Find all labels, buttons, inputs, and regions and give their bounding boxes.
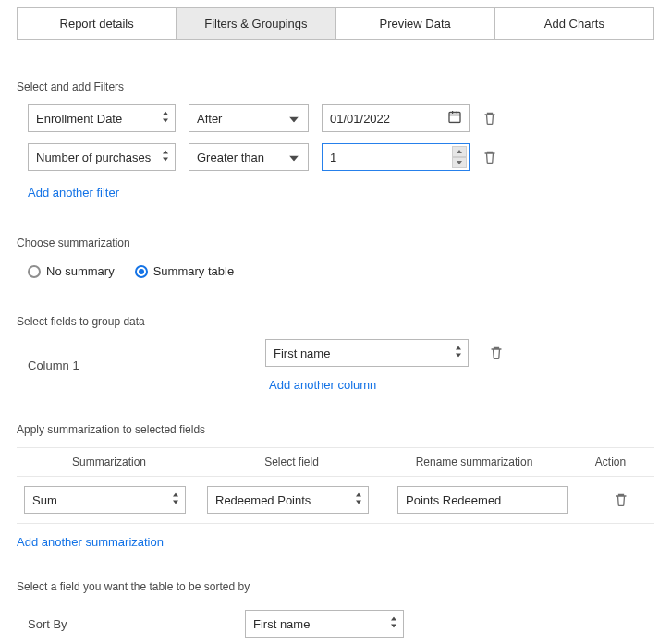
group-column-value: First name <box>274 346 460 360</box>
tab-label: Filters & Groupings <box>204 17 307 30</box>
filter-value-date[interactable]: 01/01/2022 <box>322 104 470 132</box>
delete-filter-button[interactable] <box>482 150 497 164</box>
filters-heading: Select and add Filters <box>17 80 654 93</box>
summary-row: Sum Redeemed Points Points Redeemed <box>17 477 654 524</box>
summarization-heading: Choose summarization <box>17 237 654 249</box>
radio-icon <box>135 265 148 278</box>
tab-label: Preview Data <box>379 17 450 30</box>
rename-value: Points Redeemed <box>406 493 560 507</box>
radio-label: No summary <box>46 264 115 278</box>
summary-field-value: Redeemed Points <box>215 493 360 507</box>
header-rename: Rename summarization <box>382 448 567 476</box>
delete-group-button[interactable] <box>489 346 504 360</box>
add-group-column-link[interactable]: Add another column <box>269 378 376 392</box>
radio-label: Summary table <box>153 264 234 278</box>
filter-operator-select[interactable]: After <box>189 104 309 132</box>
radio-no-summary[interactable]: No summary <box>28 264 115 278</box>
radio-summary-table[interactable]: Summary table <box>135 264 234 278</box>
summary-field-select[interactable]: Redeemed Points <box>207 486 369 514</box>
tab-add-charts[interactable]: Add Charts <box>495 8 653 39</box>
rename-input[interactable]: Points Redeemed <box>397 486 568 514</box>
tab-label: Add Charts <box>544 17 604 30</box>
filter-field-label: Number of purchases <box>36 151 167 164</box>
sort-by-label: Sort By <box>28 617 245 631</box>
summarization-radio-group: No summary Summary table <box>28 264 654 278</box>
header-select-field: Select field <box>201 448 382 476</box>
sort-by-select[interactable]: First name <box>245 610 404 638</box>
filter-row: Enrollment Date After 01/01/2022 <box>28 104 654 132</box>
filter-operator-label: Greater than <box>197 151 300 164</box>
grouping-heading: Select fields to group data <box>17 315 654 328</box>
filter-field-label: Enrollment Date <box>36 112 167 126</box>
group-column-select[interactable]: First name <box>265 339 469 367</box>
filter-value-number[interactable]: 1 <box>322 143 470 171</box>
tab-filters-groupings[interactable]: Filters & Groupings <box>177 8 336 39</box>
tab-preview-data[interactable]: Preview Data <box>336 8 495 39</box>
filter-operator-select[interactable]: Greater than <box>189 143 309 171</box>
filter-field-select[interactable]: Enrollment Date <box>28 104 176 132</box>
sorting-heading: Select a field you want the table to be … <box>17 580 654 593</box>
summarization-value: Sum <box>32 493 177 507</box>
tab-label: Report details <box>60 17 134 30</box>
header-summarization: Summarization <box>17 448 201 476</box>
radio-icon <box>28 265 41 278</box>
delete-filter-button[interactable] <box>482 111 497 126</box>
filter-row: Number of purchases Greater than 1 <box>28 143 654 171</box>
filter-operator-label: After <box>197 112 300 126</box>
tab-report-details[interactable]: Report details <box>18 8 177 39</box>
apply-summary-heading: Apply summarization to selected fields <box>17 423 654 436</box>
summarization-select[interactable]: Sum <box>24 486 186 514</box>
filter-value-label: 1 <box>330 151 461 164</box>
group-column-label: Column 1 <box>28 358 245 372</box>
add-filter-link[interactable]: Add another filter <box>28 186 119 200</box>
filter-field-select[interactable]: Number of purchases <box>28 143 176 171</box>
sort-by-value: First name <box>253 617 396 631</box>
filter-value-label: 01/01/2022 <box>330 112 461 126</box>
add-summarization-link[interactable]: Add another summarization <box>17 535 164 549</box>
summary-table-header: Summarization Select field Rename summar… <box>17 447 654 477</box>
header-action: Action <box>567 448 654 476</box>
tab-bar: Report details Filters & Groupings Previ… <box>17 7 654 40</box>
delete-summary-button[interactable] <box>614 492 628 507</box>
